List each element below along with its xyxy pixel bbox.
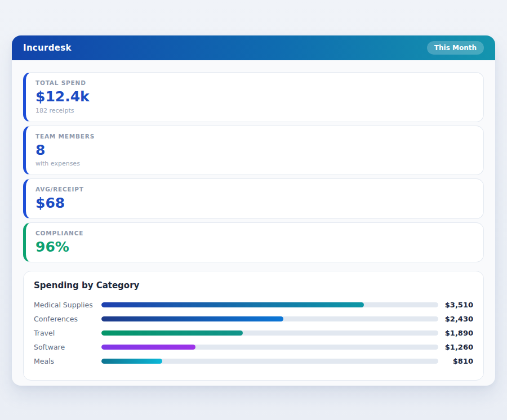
stat-value: 8 bbox=[35, 142, 474, 158]
amount-label: $2,430 bbox=[438, 315, 473, 323]
stat-value: $12.4k bbox=[35, 89, 474, 105]
category-label: Travel bbox=[34, 329, 101, 337]
app-title: Incurdesk bbox=[23, 43, 72, 53]
stat-value: 96% bbox=[35, 239, 474, 255]
stat-card: AVG/RECEIPT$68 bbox=[23, 178, 484, 219]
app-header: Incurdesk This Month bbox=[12, 35, 495, 60]
bar-track bbox=[101, 345, 438, 350]
stat-card: TEAM MEMBERS8with expenses bbox=[23, 126, 484, 176]
stat-subtext: 182 receipts bbox=[35, 107, 474, 114]
main-content: TOTAL SPEND$12.4k182 receiptsTEAM MEMBER… bbox=[12, 60, 495, 386]
bar-track bbox=[101, 359, 438, 364]
chart-row: Travel$1,890 bbox=[34, 326, 473, 340]
stat-label: TOTAL SPEND bbox=[35, 79, 474, 86]
app-container: Incurdesk This Month TOTAL SPEND$12.4k18… bbox=[12, 35, 495, 386]
chart-row: Medical Supplies$3,510 bbox=[34, 298, 473, 312]
amount-label: $3,510 bbox=[438, 301, 473, 309]
bar-fill bbox=[101, 330, 243, 336]
bar-fill bbox=[101, 316, 283, 321]
bar-fill bbox=[101, 302, 364, 307]
amount-label: $1,890 bbox=[438, 329, 473, 337]
chart-row: Conferences$2,430 bbox=[34, 312, 473, 326]
stat-card: COMPLIANCE96% bbox=[23, 222, 484, 263]
chart-title: Spending by Category bbox=[34, 280, 473, 291]
stat-subtext: with expenses bbox=[35, 160, 474, 167]
chart-rows: Medical Supplies$3,510Conferences$2,430T… bbox=[34, 298, 473, 368]
category-label: Software bbox=[34, 343, 101, 351]
category-label: Conferences bbox=[34, 315, 101, 323]
bar-track bbox=[101, 330, 438, 336]
stat-label: COMPLIANCE bbox=[35, 230, 474, 236]
bar-fill bbox=[101, 359, 162, 364]
chart-row: Software$1,260 bbox=[34, 340, 473, 354]
stat-label: TEAM MEMBERS bbox=[35, 133, 474, 140]
chart-row: Meals$810 bbox=[34, 354, 473, 368]
amount-label: $1,260 bbox=[438, 343, 473, 351]
stat-value: $68 bbox=[35, 195, 474, 211]
bar-track bbox=[101, 316, 438, 321]
category-label: Medical Supplies bbox=[34, 301, 101, 309]
stat-label: AVG/RECEIPT bbox=[35, 186, 474, 193]
period-badge[interactable]: This Month bbox=[427, 41, 484, 55]
stats-list: TOTAL SPEND$12.4k182 receiptsTEAM MEMBER… bbox=[23, 72, 484, 262]
bar-fill bbox=[101, 345, 195, 350]
bar-track bbox=[101, 302, 438, 307]
chart-card: Spending by Category Medical Supplies$3,… bbox=[23, 271, 484, 381]
stat-card: TOTAL SPEND$12.4k182 receipts bbox=[23, 72, 484, 122]
category-label: Meals bbox=[34, 357, 101, 365]
amount-label: $810 bbox=[438, 357, 473, 365]
